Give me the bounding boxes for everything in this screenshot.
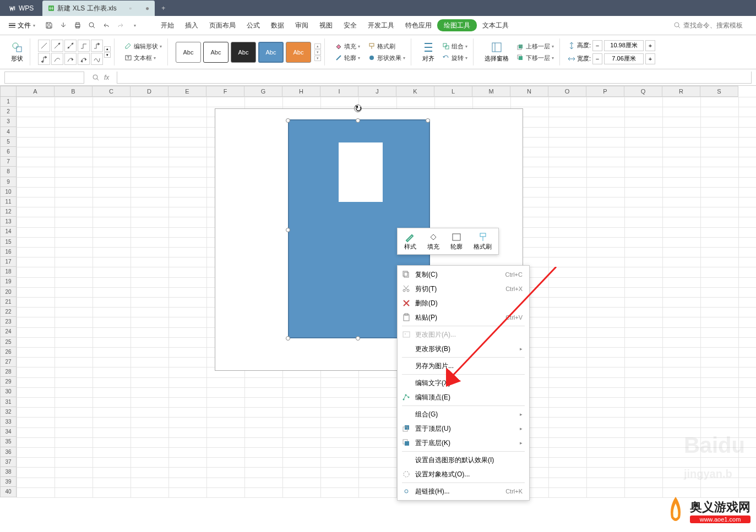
- document-tab[interactable]: 新建 XLS 工作表.xls ▫ ●: [42, 1, 155, 16]
- search-commands[interactable]: 查找命令、搜索模板: [673, 21, 752, 30]
- ctx-hyperlink[interactable]: 超链接(H)...Ctrl+K: [398, 484, 529, 498]
- row-header-29[interactable]: 29: [0, 377, 17, 387]
- row-header-23[interactable]: 23: [0, 317, 17, 327]
- group-button[interactable]: 组合▾: [440, 42, 470, 51]
- file-menu[interactable]: 文件 ▾: [4, 21, 40, 30]
- wps-menu-button[interactable]: WPS: [0, 1, 42, 16]
- ribbon-format-painter[interactable]: 格式刷: [366, 42, 407, 51]
- select-all-corner[interactable]: [0, 86, 17, 97]
- col-header-R[interactable]: R: [662, 86, 700, 97]
- col-header-J[interactable]: J: [358, 86, 396, 97]
- row-header-38[interactable]: 38: [0, 467, 17, 477]
- align-button[interactable]: 对齐: [419, 40, 438, 64]
- row-header-25[interactable]: 25: [0, 337, 17, 347]
- outline-button[interactable]: 轮廓▾: [333, 53, 362, 63]
- row-header-20[interactable]: 20: [0, 287, 17, 297]
- row-header-16[interactable]: 16: [0, 247, 17, 257]
- resize-handle-nw[interactable]: [286, 118, 290, 123]
- ctx-save-as-picture[interactable]: 另存为图片...: [398, 359, 529, 373]
- col-header-M[interactable]: M: [472, 86, 510, 97]
- fx-icon[interactable]: fx: [104, 74, 109, 81]
- shape-style-gallery[interactable]: Abc Abc Abc Abc Abc ▴▾▾: [176, 42, 321, 63]
- formula-input[interactable]: [117, 72, 752, 84]
- row-header-32[interactable]: 32: [0, 407, 17, 417]
- height-increase[interactable]: +: [645, 40, 655, 51]
- save-as-icon[interactable]: [58, 20, 68, 30]
- tab-formula[interactable]: 公式: [241, 16, 265, 35]
- ctx-change-shape[interactable]: 更改形状(B)▸: [398, 342, 529, 356]
- row-header-12[interactable]: 12: [0, 207, 17, 217]
- send-backward-button[interactable]: 下移一层▾: [514, 53, 556, 63]
- bring-forward-button[interactable]: 上移一层▾: [514, 42, 556, 51]
- tab-drawing-tools[interactable]: 绘图工具: [437, 19, 477, 31]
- tab-data[interactable]: 数据: [265, 16, 290, 35]
- row-header-28[interactable]: 28: [0, 367, 17, 377]
- ctx-format-object[interactable]: 设置对象格式(O)...: [398, 467, 529, 481]
- col-header-K[interactable]: K: [396, 86, 434, 97]
- style-5[interactable]: Abc: [286, 42, 311, 63]
- height-input[interactable]: [604, 40, 644, 51]
- ctx-send-back[interactable]: 置于底层(K)▸: [398, 436, 529, 450]
- row-header-37[interactable]: 37: [0, 457, 17, 467]
- new-tab-button[interactable]: +: [155, 4, 172, 12]
- line-shapes-gallery[interactable]: [38, 40, 103, 65]
- ctx-cut[interactable]: 剪切(T)Ctrl+X: [398, 282, 529, 296]
- print-icon[interactable]: [73, 20, 83, 30]
- name-box[interactable]: [4, 72, 84, 84]
- row-header-24[interactable]: 24: [0, 327, 17, 337]
- style-3[interactable]: Abc: [231, 42, 256, 63]
- row-header-6[interactable]: 6: [0, 147, 17, 157]
- rotate-button[interactable]: 旋转▾: [440, 53, 470, 63]
- col-header-G[interactable]: G: [244, 86, 282, 97]
- ctx-paste[interactable]: 粘贴(P)Ctrl+V: [398, 310, 529, 325]
- rotation-handle[interactable]: ↻: [354, 105, 362, 112]
- row-header-2[interactable]: 2: [0, 107, 17, 117]
- tab-security[interactable]: 安全: [338, 16, 362, 35]
- width-decrease[interactable]: −: [592, 53, 602, 64]
- style-4-selected[interactable]: Abc: [258, 42, 284, 63]
- row-header-33[interactable]: 33: [0, 417, 17, 427]
- row-header-10[interactable]: 10: [0, 187, 17, 197]
- width-increase[interactable]: +: [645, 53, 655, 64]
- zoom-icon[interactable]: [92, 74, 100, 81]
- row-header-14[interactable]: 14: [0, 227, 17, 237]
- edit-shape-button[interactable]: 编辑形状▾: [122, 42, 164, 51]
- row-header-11[interactable]: 11: [0, 197, 17, 207]
- col-header-E[interactable]: E: [168, 86, 206, 97]
- row-header-1[interactable]: 1: [0, 97, 17, 107]
- tab-text-tools[interactable]: 文本工具: [477, 16, 514, 35]
- col-header-F[interactable]: F: [206, 86, 244, 97]
- row-header-27[interactable]: 27: [0, 357, 17, 367]
- redo-icon[interactable]: [116, 20, 126, 30]
- col-header-D[interactable]: D: [130, 86, 168, 97]
- tab-special[interactable]: 特色应用: [400, 16, 437, 35]
- ctx-edit-points[interactable]: 编辑顶点(E): [398, 390, 529, 404]
- row-header-39[interactable]: 39: [0, 477, 17, 487]
- mini-fill-button[interactable]: 填充: [423, 231, 444, 252]
- row-header-8[interactable]: 8: [0, 167, 17, 177]
- fill-button[interactable]: 填充▾: [333, 42, 362, 51]
- width-input[interactable]: [604, 53, 644, 64]
- row-header-19[interactable]: 19: [0, 277, 17, 287]
- row-header-15[interactable]: 15: [0, 237, 17, 247]
- resize-handle-sw[interactable]: [286, 336, 290, 341]
- resize-handle-s[interactable]: [356, 336, 360, 341]
- row-header-4[interactable]: 4: [0, 127, 17, 137]
- col-header-P[interactable]: P: [586, 86, 624, 97]
- row-header-35[interactable]: 35: [0, 437, 17, 447]
- tab-developer[interactable]: 开发工具: [362, 16, 400, 35]
- row-header-9[interactable]: 9: [0, 177, 17, 187]
- tab-page-layout[interactable]: 页面布局: [204, 16, 241, 35]
- ctx-group[interactable]: 组合(G)▸: [398, 407, 529, 421]
- tab-review[interactable]: 审阅: [290, 16, 314, 35]
- row-header-34[interactable]: 34: [0, 427, 17, 437]
- row-header-3[interactable]: 3: [0, 117, 17, 127]
- row-header-18[interactable]: 18: [0, 267, 17, 277]
- selection-pane-button[interactable]: 选择窗格: [481, 40, 512, 64]
- row-header-13[interactable]: 13: [0, 217, 17, 227]
- style-1[interactable]: Abc: [176, 42, 201, 63]
- tab-view[interactable]: 视图: [314, 16, 338, 35]
- qat-more-icon[interactable]: ▾: [130, 20, 140, 30]
- ctx-bring-front[interactable]: 置于顶层(U)▸: [398, 421, 529, 436]
- ctx-default-effect[interactable]: 设置自选图形的默认效果(I): [398, 453, 529, 467]
